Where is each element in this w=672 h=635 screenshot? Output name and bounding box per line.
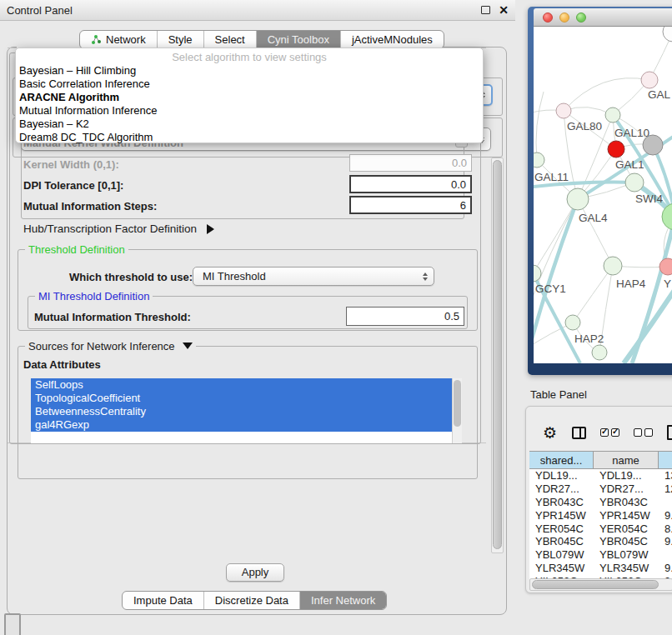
- network-edge: [578, 199, 613, 266]
- table-row[interactable]: YBR045CYBR045C9.: [529, 535, 672, 548]
- network-node-label: GAL10: [614, 127, 649, 139]
- table-row[interactable]: YBR043CYBR043C: [529, 496, 672, 509]
- network-node-gal10[interactable]: [605, 108, 620, 122]
- network-node-gal[interactable]: [641, 72, 658, 88]
- algorithm-option[interactable]: ARACNE Algorithm: [16, 91, 483, 104]
- bottom-tab-discretize-data[interactable]: Discretize Data: [203, 592, 299, 609]
- docked-panel-icon[interactable]: [4, 613, 21, 635]
- network-node-label: GAL: [648, 88, 671, 101]
- table-column-header[interactable]: A: [659, 452, 672, 468]
- algorithm-option[interactable]: Bayesian – K2: [16, 118, 483, 131]
- new-table-icon[interactable]: [667, 425, 672, 440]
- apply-button[interactable]: Apply: [226, 563, 284, 582]
- close-panel-icon[interactable]: ✕: [499, 6, 509, 14]
- table-row[interactable]: YDR27...YDR27...12: [529, 482, 672, 496]
- table-cell: YBR045C: [594, 535, 659, 548]
- network-node[interactable]: [592, 345, 607, 360]
- network-node[interactable]: [663, 27, 672, 42]
- settings-scrollbar-thumb[interactable]: [493, 160, 502, 549]
- algorithm-option[interactable]: Dream8 DC_TDC Algorithm: [16, 131, 483, 144]
- table-horizontal-scrollbar[interactable]: [529, 578, 672, 591]
- table-row[interactable]: YDL19...YDL19...13: [529, 469, 672, 482]
- algorithm-option[interactable]: Basic Correlation Inference: [16, 78, 483, 91]
- network-node-hap2[interactable]: [565, 315, 580, 330]
- network-node-label: GAL1: [615, 158, 644, 171]
- kernel-width-field[interactable]: 0.0: [349, 154, 472, 172]
- tab-network[interactable]: Network: [80, 31, 157, 48]
- data-attribute-item[interactable]: SelfLoops: [31, 378, 452, 392]
- table-cell: YBL079W: [594, 548, 659, 561]
- minimize-window-icon[interactable]: [559, 12, 569, 22]
- control-panel-tab-bar: NetworkStyleSelectCyni ToolboxjActiveMNo…: [79, 30, 444, 49]
- data-attribute-item[interactable]: TopologicalCoefficient: [31, 392, 452, 405]
- bottom-tab-impute-data[interactable]: Impute Data: [123, 592, 203, 609]
- table-cell: 9.: [659, 562, 672, 574]
- bottom-tab-infer-network[interactable]: Infer Network: [299, 592, 386, 609]
- zoom-window-icon[interactable]: [576, 12, 586, 22]
- tab-style[interactable]: Style: [157, 31, 203, 48]
- table-column-header[interactable]: shared...: [529, 452, 594, 468]
- algorithm-dropdown: Select algorithm to view settings Bayesi…: [15, 48, 484, 143]
- attributes-scrollbar-thumb[interactable]: [454, 380, 461, 427]
- table-row[interactable]: YLR345WYLR345W9.: [529, 562, 672, 575]
- which-threshold-label: Which threshold to use:: [69, 271, 193, 283]
- hub-definition-toggle[interactable]: Hub/Transcription Factor Definition: [23, 222, 214, 235]
- network-node-swi4[interactable]: [625, 173, 644, 192]
- table-row[interactable]: YER054CYER054C8.: [529, 522, 672, 535]
- tab-select[interactable]: Select: [203, 31, 256, 48]
- table-scrollbar-thumb[interactable]: [532, 580, 659, 589]
- mi-threshold-label: Mutual Information Threshold:: [34, 311, 191, 323]
- which-threshold-combo[interactable]: MI Threshold: [193, 267, 434, 286]
- sources-group-title[interactable]: Sources for Network Inference: [25, 340, 196, 352]
- table-cell: YBL079W: [529, 548, 594, 561]
- mi-threshold-value: 0.5: [444, 310, 459, 322]
- network-node-gal80[interactable]: [556, 103, 571, 118]
- algorithm-dropdown-placeholder: Select algorithm to view settings: [16, 51, 483, 64]
- float-panel-icon[interactable]: [481, 6, 490, 14]
- hub-definition-label: Hub/Transcription Factor Definition: [23, 222, 197, 235]
- network-view-window: GALGAL80GAL10GAL1GAL11SWI4GAL4GCY1HAP4YH…: [528, 7, 672, 375]
- columns-icon[interactable]: [572, 427, 586, 439]
- table-cell: YLR345W: [529, 562, 594, 574]
- network-node-y[interactable]: [659, 258, 672, 275]
- tab-cyni-toolbox[interactable]: Cyni Toolbox: [256, 31, 340, 48]
- dpi-tolerance-field[interactable]: 0.0: [349, 175, 472, 193]
- network-window-titlebar[interactable]: [534, 8, 672, 27]
- network-canvas[interactable]: GALGAL80GAL10GAL1GAL11SWI4GAL4GCY1HAP4YH…: [534, 27, 672, 363]
- select-all-checks-icon[interactable]: [600, 428, 619, 437]
- table-cell: YBR043C: [529, 496, 594, 508]
- data-attribute-item[interactable]: gal4RGexp: [31, 418, 452, 432]
- gear-icon[interactable]: ⚙: [543, 425, 557, 441]
- algorithm-option[interactable]: Bayesian – Hill Climbing: [16, 64, 483, 78]
- tab-jactivemnodules[interactable]: jActiveMNodules: [340, 31, 444, 48]
- expand-down-icon: [183, 342, 193, 349]
- data-attributes-label: Data Attributes: [23, 358, 101, 371]
- table-cell: YBR045C: [529, 535, 594, 548]
- attributes-scrollbar[interactable]: [452, 378, 462, 443]
- network-node-gal11[interactable]: [534, 152, 544, 168]
- node-table: shared...nameA YDL19...YDL19...13YDR27..…: [529, 451, 672, 588]
- algorithm-option[interactable]: Mutual Information Inference: [16, 104, 483, 118]
- control-panel-title: Control Panel: [7, 4, 481, 17]
- close-window-icon[interactable]: [543, 12, 553, 22]
- mi-threshold-field[interactable]: 0.5: [346, 307, 464, 326]
- network-node-gal4[interactable]: [567, 188, 589, 210]
- table-row[interactable]: YPR145WYPR145W9.: [529, 508, 672, 522]
- table-cell: YLR345W: [594, 562, 659, 574]
- tab-label: jActiveMNodules: [352, 33, 433, 46]
- data-attribute-item[interactable]: BetweennessCentrality: [31, 405, 452, 418]
- tab-label: Cyni Toolbox: [268, 33, 329, 46]
- table-cell: 9.: [659, 535, 672, 548]
- network-node-gal1[interactable]: [608, 141, 624, 158]
- network-node-label: GAL80: [567, 120, 602, 132]
- clear-all-checks-icon[interactable]: [634, 428, 653, 437]
- settings-scrollbar[interactable]: [491, 158, 504, 553]
- table-column-header[interactable]: name: [594, 452, 659, 468]
- mi-steps-field[interactable]: 6: [349, 196, 472, 214]
- table-row[interactable]: YBL079WYBL079W: [529, 548, 672, 562]
- network-node-label: Y: [664, 278, 671, 290]
- bottom-tab-label: Infer Network: [311, 594, 375, 607]
- tab-label: Style: [168, 33, 193, 46]
- dpi-tolerance-value: 0.0: [451, 178, 466, 191]
- network-node-hap4[interactable]: [604, 257, 622, 275]
